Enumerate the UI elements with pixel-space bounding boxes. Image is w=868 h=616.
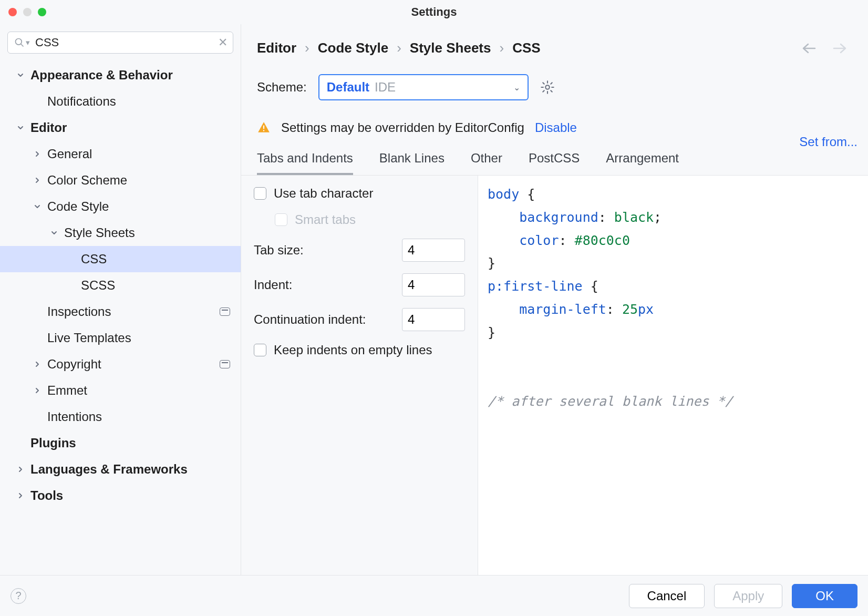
warning-icon (257, 121, 271, 135)
project-badge-icon (220, 307, 230, 316)
tab-tabs-and-indents[interactable]: Tabs and Indents (257, 151, 353, 175)
sidebar-item-label: CSS (81, 252, 107, 266)
chevron-down-icon[interactable]: ▾ (26, 38, 30, 47)
use-tab-label: Use tab character (274, 186, 373, 201)
indent-form: Use tab character Smart tabs Tab size: I… (241, 176, 478, 575)
keep-indents-checkbox[interactable]: Keep indents on empty lines (254, 343, 465, 357)
nav-forward-icon[interactable] (832, 43, 847, 54)
keep-indents-label: Keep indents on empty lines (274, 343, 432, 357)
breadcrumb-style-sheets[interactable]: Style Sheets (410, 40, 491, 56)
chevron-right-icon[interactable] (33, 387, 42, 394)
sidebar-item-inspections[interactable]: Inspections (0, 299, 241, 325)
use-tab-checkbox[interactable]: Use tab character (254, 186, 465, 201)
sidebar-item-languages-frameworks[interactable]: Languages & Frameworks (0, 456, 241, 482)
disable-editorconfig-link[interactable]: Disable (535, 120, 577, 135)
chevron-down-icon[interactable] (33, 203, 42, 210)
sidebar-item-copyright[interactable]: Copyright (0, 351, 241, 377)
sidebar-item-label: Style Sheets (64, 225, 135, 240)
sidebar-item-style-sheets[interactable]: Style Sheets (0, 220, 241, 246)
sidebar-item-label: Notifications (47, 94, 116, 109)
chevron-down-icon[interactable] (49, 229, 59, 237)
chevron-right-icon[interactable] (16, 466, 25, 473)
project-badge-icon (220, 360, 230, 368)
sidebar-item-scss[interactable]: SCSS (0, 272, 241, 299)
sidebar-item-color-scheme[interactable]: Color Scheme (0, 167, 241, 193)
main-panel: Editor›Code Style›Style Sheets›CSS Schem… (241, 24, 868, 575)
scheme-label: Scheme: (257, 80, 307, 95)
indent-label: Indent: (254, 278, 292, 292)
svg-rect-3 (263, 126, 264, 129)
sidebar-item-label: Inspections (47, 304, 111, 319)
continuation-indent-input[interactable] (402, 308, 465, 331)
chevron-down-icon: ⌄ (513, 83, 520, 93)
sidebar-item-label: Color Scheme (47, 173, 127, 188)
sidebar-item-code-style[interactable]: Code Style (0, 193, 241, 220)
chevron-down-icon[interactable] (16, 71, 25, 79)
sidebar-item-label: General (47, 147, 92, 161)
sidebar-item-notifications[interactable]: Notifications (0, 88, 241, 115)
settings-tree: Appearance & BehaviorNotificationsEditor… (0, 59, 241, 575)
sidebar-item-label: Live Templates (47, 331, 131, 345)
search-input[interactable] (35, 36, 218, 49)
warning-text: Settings may be overridden by EditorConf… (281, 120, 524, 135)
cancel-button[interactable]: Cancel (629, 584, 705, 608)
sidebar-item-appearance-behavior[interactable]: Appearance & Behavior (0, 62, 241, 88)
sidebar-item-label: Appearance & Behavior (30, 68, 173, 83)
sidebar-item-label: SCSS (81, 278, 115, 293)
chevron-right-icon[interactable] (33, 177, 42, 184)
breadcrumb-editor[interactable]: Editor (257, 40, 296, 56)
nav-back-icon[interactable] (802, 43, 817, 54)
help-icon[interactable]: ? (11, 588, 26, 604)
sidebar-item-label: Emmet (47, 383, 87, 398)
close-window-icon[interactable] (8, 8, 17, 16)
chevron-right-icon[interactable] (33, 361, 42, 368)
sidebar-item-tools[interactable]: Tools (0, 482, 241, 509)
minimize-window-icon (23, 8, 32, 16)
clear-search-icon[interactable]: ✕ (218, 36, 228, 49)
search-icon (14, 37, 25, 48)
svg-line-1 (21, 44, 24, 47)
sidebar-item-plugins[interactable]: Plugins (0, 430, 241, 456)
tab-blank-lines[interactable]: Blank Lines (379, 151, 445, 175)
sidebar-item-label: Copyright (47, 357, 101, 372)
indent-input[interactable] (402, 273, 465, 296)
sidebar-item-label: Tools (30, 488, 63, 503)
chevron-down-icon[interactable] (16, 124, 25, 131)
sidebar-item-label: Plugins (30, 436, 76, 450)
sidebar-item-editor[interactable]: Editor (0, 115, 241, 141)
breadcrumb-code-style[interactable]: Code Style (318, 40, 388, 56)
smart-tabs-checkbox: Smart tabs (275, 212, 465, 227)
sidebar-item-label: Editor (30, 120, 67, 135)
chevron-right-icon[interactable] (16, 492, 25, 499)
svg-point-0 (16, 39, 22, 45)
tabs: Tabs and IndentsBlank LinesOtherPostCSSA… (241, 141, 868, 175)
sidebar-item-emmet[interactable]: Emmet (0, 377, 241, 404)
svg-point-2 (545, 85, 549, 89)
sidebar-item-css[interactable]: CSS (0, 246, 241, 272)
breadcrumb-css: CSS (512, 40, 540, 56)
sidebar-item-general[interactable]: General (0, 141, 241, 167)
footer: ? Cancel Apply OK (0, 575, 868, 616)
window-title: Settings (411, 5, 457, 19)
tab-size-input[interactable] (402, 239, 465, 262)
ok-button[interactable]: OK (792, 584, 857, 608)
scheme-value: Default (327, 80, 369, 95)
search-input-wrap[interactable]: ▾ ✕ (7, 32, 233, 54)
tab-postcss[interactable]: PostCSS (529, 151, 580, 175)
chevron-right-icon[interactable] (33, 150, 42, 158)
tab-other[interactable]: Other (471, 151, 502, 175)
continuation-indent-label: Continuation indent: (254, 312, 366, 327)
sidebar-item-live-templates[interactable]: Live Templates (0, 325, 241, 351)
smart-tabs-label: Smart tabs (295, 212, 356, 227)
breadcrumb: Editor›Code Style›Style Sheets›CSS (257, 40, 541, 56)
sidebar-item-label: Code Style (47, 199, 109, 214)
sidebar-item-intentions[interactable]: Intentions (0, 404, 241, 430)
gear-icon[interactable] (540, 80, 555, 95)
maximize-window-icon[interactable] (38, 8, 46, 16)
scheme-select[interactable]: Default IDE ⌄ (318, 74, 529, 100)
sidebar-item-label: Intentions (47, 409, 102, 424)
apply-button: Apply (714, 584, 782, 608)
sidebar-item-label: Languages & Frameworks (30, 462, 188, 477)
scheme-sub: IDE (375, 80, 396, 95)
tab-arrangement[interactable]: Arrangement (606, 151, 679, 175)
